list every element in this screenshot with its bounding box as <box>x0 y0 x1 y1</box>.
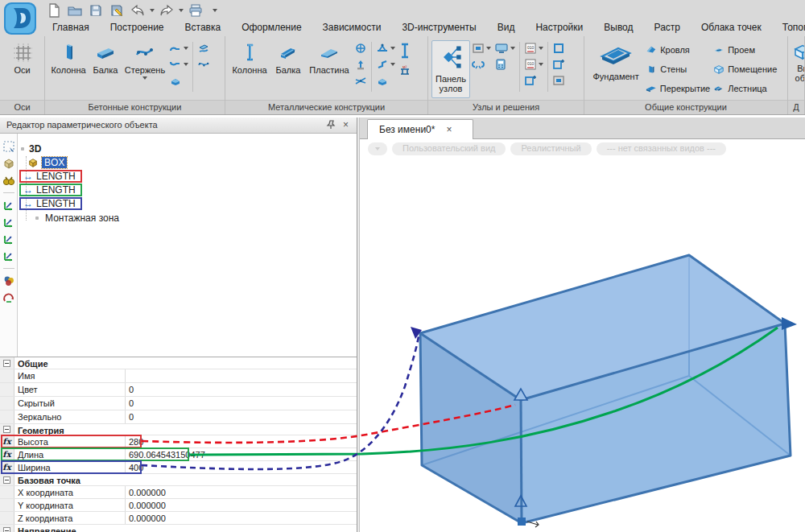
prop-color-value[interactable]: 0 <box>125 383 357 396</box>
panel-close-icon[interactable]: × <box>343 120 349 130</box>
redo-icon[interactable] <box>158 2 175 19</box>
tree-item-montage-zone[interactable]: Монтажная зона <box>35 211 119 225</box>
roof-button[interactable]: Кровля <box>646 41 710 58</box>
view-pill-dropdown[interactable] <box>368 142 387 155</box>
mark-edit-dropdown-icon[interactable] <box>539 63 543 66</box>
calculator-icon[interactable] <box>494 58 507 71</box>
tree-item-box[interactable]: BOX <box>27 155 67 169</box>
cs-axis-icon[interactable] <box>2 233 15 245</box>
tab-postroenie[interactable]: Построение <box>100 20 175 36</box>
tab-vid[interactable]: Вид <box>487 20 526 36</box>
prop-width-value[interactable]: 400 <box>125 461 357 473</box>
section-header-direction[interactable]: Направление <box>0 525 357 532</box>
section-header-geometry[interactable]: Геометрия <box>0 424 357 435</box>
mark-010-dropdown-icon[interactable] <box>539 47 543 50</box>
bracing-icon[interactable] <box>354 74 367 87</box>
tab-rastr[interactable]: Растр <box>644 20 691 36</box>
mark-edit-icon[interactable] <box>524 58 537 71</box>
z-profile-icon[interactable] <box>376 58 389 71</box>
undo-icon[interactable] <box>129 2 147 19</box>
search-icon[interactable] <box>2 174 15 187</box>
document-tab[interactable]: Без имени0* × <box>367 119 473 139</box>
walls-button[interactable]: Стены <box>646 60 710 77</box>
prop-hidden-value[interactable]: 0 <box>125 397 357 410</box>
i-beam-profile-icon[interactable] <box>398 43 411 59</box>
frame-add-icon[interactable] <box>552 58 565 71</box>
document-close-icon[interactable]: × <box>446 125 452 134</box>
view-pill-realistic[interactable]: Реалистичный <box>510 142 591 155</box>
tree-item-length-green[interactable]: ↔LENGTH <box>19 183 82 196</box>
node-insert-icon[interactable] <box>472 42 485 55</box>
z-profile-dropdown-icon[interactable] <box>390 63 395 66</box>
tab-3d-instrumenty[interactable]: 3D-инструменты <box>391 20 486 36</box>
customize-toolbar-icon[interactable] <box>213 9 217 12</box>
cs-point-icon[interactable] <box>2 216 15 229</box>
tree-item-3d[interactable]: 3D <box>21 142 41 155</box>
print-icon[interactable] <box>187 2 204 19</box>
section-header-base-point[interactable]: Базовая точка <box>0 474 357 486</box>
prop-height-value[interactable]: 280 <box>125 435 357 447</box>
prop-z-value[interactable]: 0.000000 <box>125 512 357 524</box>
steel-table-icon[interactable] <box>398 64 411 76</box>
opening-button[interactable]: Проем <box>713 41 782 58</box>
metal-beam-button[interactable]: Балка <box>270 40 306 98</box>
stiffener-icon[interactable] <box>376 74 389 87</box>
insert-object-icon[interactable] <box>2 157 15 170</box>
collapse-icon[interactable] <box>3 527 10 532</box>
hook-bend-icon[interactable] <box>169 58 182 71</box>
rotate-object-icon[interactable] <box>2 291 15 304</box>
tree-item-length-blue[interactable]: ↔LENGTH <box>19 196 82 210</box>
cs-move-icon[interactable] <box>2 199 15 212</box>
mark-010-icon[interactable] <box>524 42 537 55</box>
foundation-button[interactable]: Фундамент <box>588 40 644 98</box>
concrete-column-button[interactable]: Колонна <box>48 40 89 98</box>
visual-style-icon[interactable] <box>2 274 15 287</box>
axes-button[interactable]: Оси <box>12 40 33 98</box>
node-view-icon[interactable] <box>494 43 509 54</box>
save-as-icon[interactable] <box>108 2 126 19</box>
tab-vyvod[interactable]: Вывод <box>593 20 643 36</box>
prop-y-value[interactable]: 0.000000 <box>125 499 357 511</box>
viewport-canvas[interactable] <box>360 139 805 532</box>
rod-button[interactable]: Стержень <box>122 40 167 98</box>
tab-topoplan[interactable]: Топоплан <box>772 20 805 36</box>
tab-zavisimosti[interactable]: Зависимости <box>312 20 392 36</box>
base-plate-icon[interactable] <box>354 58 367 71</box>
section-header-common[interactable]: Общие <box>0 357 357 369</box>
prop-x-value[interactable]: 0.000000 <box>125 486 357 498</box>
reinforce-path-icon[interactable] <box>196 56 212 72</box>
concrete-beam-button[interactable]: Балка <box>89 40 122 98</box>
nodes-panel-button[interactable]: Панель узлов <box>431 40 470 98</box>
prop-length-value[interactable]: 690.064543150477 <box>125 448 357 460</box>
open-icon[interactable] <box>66 2 84 19</box>
tab-vstavka[interactable]: Вставка <box>175 20 232 36</box>
bolt-connection-icon[interactable] <box>354 42 367 55</box>
metal-plate-button[interactable]: Пластина <box>306 40 353 98</box>
collapse-icon[interactable] <box>3 426 10 433</box>
tab-nastroyki[interactable]: Настройки <box>525 20 593 36</box>
anchor-dropdown-icon[interactable] <box>390 47 395 50</box>
copy-mark-icon[interactable] <box>524 74 537 87</box>
collapse-icon[interactable] <box>3 360 10 367</box>
floor-slab-button[interactable]: Перекрытие <box>646 80 710 97</box>
metal-column-button[interactable]: Колонна <box>229 40 270 98</box>
undo-dropdown-icon[interactable] <box>150 9 155 12</box>
redo-dropdown-icon[interactable] <box>179 9 184 12</box>
view-pill-custom-view[interactable]: Пользовательский вид <box>392 142 506 155</box>
collapse-icon[interactable] <box>3 476 10 484</box>
tab-oformlenie[interactable]: Оформление <box>231 20 312 36</box>
prop-name-value[interactable] <box>125 369 357 382</box>
cs-angle-icon[interactable] <box>2 250 15 262</box>
concrete-pad-icon[interactable] <box>169 74 182 87</box>
plate-reinforce-icon[interactable] <box>197 42 210 55</box>
tab-oblaka-tochek[interactable]: Облака точек <box>691 20 772 36</box>
anchor-icon[interactable] <box>376 42 389 55</box>
new-file-icon[interactable] <box>45 2 63 19</box>
object-visibility-button[interactable]: Ви объ <box>793 40 805 98</box>
hook-end-dropdown-icon[interactable] <box>184 47 188 50</box>
node-insert-dropdown-icon[interactable] <box>486 47 491 50</box>
app-logo[interactable] <box>3 2 37 35</box>
prop-mirror-value[interactable]: 0 <box>125 410 357 423</box>
stairs-button[interactable]: Лестница <box>713 80 782 97</box>
node-view-dropdown-icon[interactable] <box>510 47 515 50</box>
